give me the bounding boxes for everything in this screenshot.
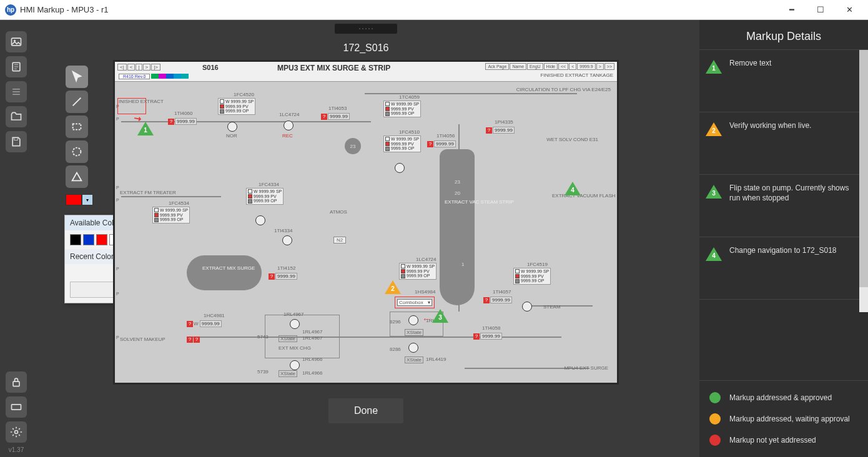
- pump-steam[interactable]: [522, 302, 532, 312]
- val-ti4058: ?9999.99: [473, 333, 502, 340]
- document-title: 172_S016: [343, 42, 389, 54]
- markup-triangle-2[interactable]: 2: [385, 280, 401, 294]
- f-btn[interactable]: >: [596, 63, 604, 70]
- markup-details-panel: Markup Details 1 Remove text 2 Verify wo…: [699, 20, 868, 457]
- minimize-button[interactable]: ━: [778, 1, 806, 19]
- pump-1[interactable]: [227, 122, 237, 132]
- markup-triangle-1[interactable]: 1: [137, 122, 154, 135]
- nav-last[interactable]: |>: [151, 64, 160, 71]
- svg-rect-11: [12, 405, 21, 410]
- nor-label: NOR: [226, 133, 237, 139]
- hmi-canvas[interactable]: <| < | > |> S016 MPU3 EXT MIX SURGE & ST…: [113, 60, 619, 385]
- val-ti4053: ?9999.99: [321, 113, 350, 120]
- extract-fm-treater-label: EXTRACT FM TREATER: [120, 190, 176, 195]
- pump-7[interactable]: [408, 315, 418, 325]
- block-1fc4519[interactable]: W 9999.99 SP 9999.99 PV 9999.99 OP: [513, 268, 551, 285]
- markup-item-3[interactable]: 3 Flip state on pump. Currently shows ru…: [699, 175, 868, 237]
- tag-1rl4967: 1RL4967: [284, 312, 303, 317]
- note-tool-button[interactable]: [6, 56, 27, 77]
- nav-first[interactable]: <|: [117, 64, 127, 71]
- open-folder-button[interactable]: [6, 106, 27, 127]
- block-1fc4510[interactable]: W 9999.99 SP 9999.99 PV 9999.99 OP: [383, 135, 421, 152]
- image-tool-button[interactable]: [6, 31, 27, 52]
- pump-6[interactable]: [290, 360, 300, 370]
- pump-3[interactable]: [255, 215, 265, 225]
- markup-details-title: Markup Details: [699, 20, 868, 50]
- hmi-schematic: <| < | > |> S016 MPU3 EXT MIX SURGE & ST…: [115, 62, 617, 383]
- maximize-button[interactable]: ☐: [807, 1, 834, 19]
- hmi-tag: S016: [202, 64, 219, 71]
- save-button[interactable]: [6, 131, 27, 152]
- left-toolbar: v1.37: [0, 20, 32, 457]
- vessel-extract-mix-surge: [187, 255, 262, 290]
- tag-1ti4057: 1TI4057: [493, 289, 511, 295]
- version-label: v1.37: [9, 446, 24, 453]
- markup-combobox[interactable]: Combobox▾: [395, 297, 435, 308]
- pump-8[interactable]: [408, 343, 418, 353]
- wet-solv-label: WET SOLV COND E31: [546, 137, 598, 142]
- n2-label: N2: [333, 237, 346, 243]
- hide-btn[interactable]: Hide: [544, 63, 558, 70]
- tag-1rl4966: 1RL4966: [302, 356, 322, 362]
- xstate-2[interactable]: XState: [279, 370, 297, 377]
- xstate-3[interactable]: XState: [405, 329, 423, 336]
- block-1tc4059[interactable]: W 9999.99 SP 9999.99 PV 9999.99 OP: [383, 101, 421, 117]
- pump-rec[interactable]: [284, 120, 293, 130]
- hmi-right-buttons[interactable]: Ack Page Name EngU Hide << < 9999.9 > >>: [485, 63, 614, 70]
- hmi-revision[interactable]: R410 Rev.0: [119, 74, 150, 79]
- settings-button[interactable]: [6, 421, 27, 443]
- svg-point-15: [15, 431, 18, 434]
- ack-page-btn[interactable]: Ack Page: [485, 63, 509, 70]
- nav-next[interactable]: >: [143, 64, 151, 71]
- markup-item-2[interactable]: 2 Verify working when live.: [699, 112, 868, 175]
- rr-btn[interactable]: <<: [558, 63, 568, 70]
- xstate-4[interactable]: XState: [405, 356, 423, 363]
- done-button[interactable]: Done: [328, 398, 403, 423]
- num-23: 23: [455, 179, 460, 185]
- num-8286: 8286: [390, 346, 401, 352]
- value-field[interactable]: 9999.9: [577, 63, 595, 70]
- markup-triangle-3[interactable]: 3: [432, 309, 448, 323]
- keyboard-button[interactable]: [6, 396, 27, 418]
- titlebar: hp HMI Markup - MPU3 - r1 ━ ☐ ✕: [0, 0, 868, 20]
- tag-1rl4967b: 1RL4967: [302, 329, 322, 335]
- pump-5[interactable]: [290, 319, 300, 329]
- markup-list: 1 Remove text 2 Verify working when live…: [699, 50, 868, 380]
- list-tool-button[interactable]: [6, 81, 27, 102]
- nav-prev[interactable]: <: [127, 64, 136, 71]
- pump-2[interactable]: [395, 163, 405, 173]
- block-1lc4724[interactable]: W 9999.99 SP 9999.99 PV 9999.99 OP: [399, 263, 436, 280]
- tag-1lc4724b: 1LC4724: [416, 257, 436, 262]
- markup-scrollbar[interactable]: [859, 50, 868, 312]
- markup-triangle-4[interactable]: 4: [565, 182, 581, 195]
- tag-1ti4053: 1TI4053: [328, 106, 347, 111]
- num-8296: 8296: [390, 319, 401, 325]
- circulation-label: CIRCULATION TO LPF CHG VIA E24/E25: [516, 87, 611, 92]
- hmi-nav-buttons[interactable]: <| < | > |>: [117, 64, 160, 71]
- pump-4[interactable]: [282, 235, 292, 245]
- val-ti4060: ?9999.99: [168, 118, 197, 125]
- vessel-label-2: EXTRACT VAC STEAM STRIP: [445, 199, 471, 205]
- block-1fc4534[interactable]: W 9999.99 SP 9999.99 PV 9999.99 OP: [152, 207, 190, 224]
- panel-grip[interactable]: [335, 24, 397, 34]
- svg-rect-0: [12, 38, 21, 46]
- mpu4-label: MPU4 EXT SURGE: [564, 365, 608, 371]
- tag-1ti4058: 1TI4058: [482, 325, 500, 331]
- xstate-1[interactable]: XState: [279, 335, 297, 342]
- lock-button[interactable]: [6, 371, 27, 393]
- engu-btn[interactable]: EngU: [527, 63, 543, 70]
- legend-waiting: Markup addressed, waiting approval: [709, 408, 858, 430]
- tag-1hs4984: 1HS4984: [415, 289, 435, 295]
- hmi-subtitle: FINISHED EXTRACT TANKAGE: [541, 72, 613, 78]
- name-btn[interactable]: Name: [510, 63, 526, 70]
- markup-item-1[interactable]: 1 Remove text: [699, 50, 868, 112]
- markup-item-4[interactable]: 4 Change navigation to 172_S018: [699, 237, 868, 300]
- finished-extract-label: INISHED EXTRACT: [119, 99, 164, 104]
- val-ti4057: ?9999.99: [483, 297, 512, 303]
- block-1fc4520[interactable]: W 9999.99 SP 9999.99 PV 9999.99 OP: [218, 98, 255, 115]
- block-1fc4334[interactable]: W 9999.99 SP 9999.99 PV 9999.99 OP: [246, 188, 284, 205]
- r-btn[interactable]: <: [569, 63, 576, 70]
- close-button[interactable]: ✕: [836, 1, 863, 19]
- solvent-makeup-label: SOLVENT MAKEUP: [120, 337, 165, 342]
- ff-btn[interactable]: >>: [604, 63, 614, 70]
